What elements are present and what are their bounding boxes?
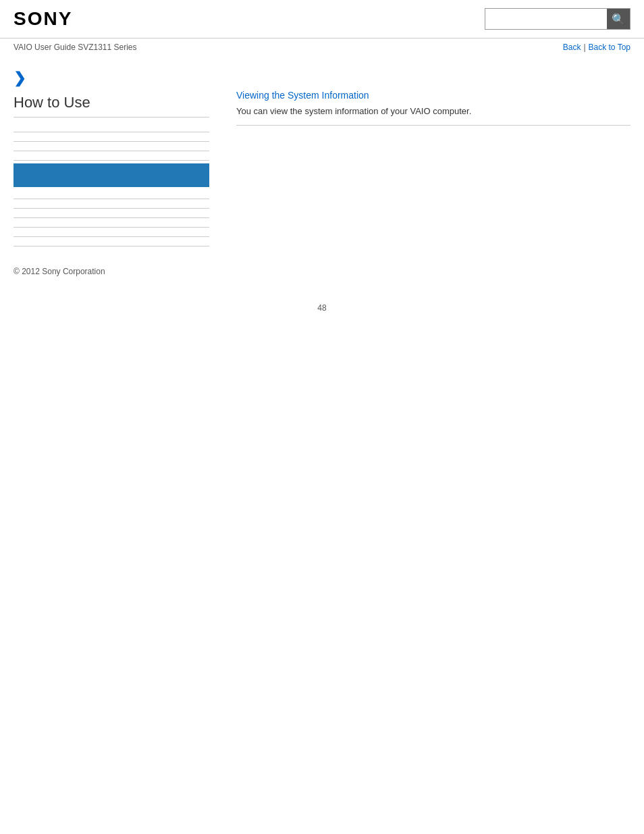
nav-bar: VAIO User Guide SVZ1311 Series Back | Ba… — [0, 38, 644, 56]
footer-copyright: © 2012 Sony Corporation — [0, 253, 644, 290]
sidebar: ❯ How to Use — [14, 63, 223, 246]
list-item[interactable] — [14, 151, 209, 161]
page-number: 48 — [0, 296, 644, 319]
main-content: ❯ How to Use Viewing the System Informat… — [0, 56, 644, 253]
list-item[interactable] — [14, 132, 209, 142]
search-icon: 🔍 — [612, 13, 625, 26]
back-to-top-link[interactable]: Back to Top — [589, 43, 630, 52]
sidebar-chevron[interactable]: ❯ — [14, 70, 209, 87]
search-button[interactable]: 🔍 — [607, 9, 630, 29]
content-area: Viewing the System Information You can v… — [223, 63, 630, 246]
nav-separator: | — [583, 43, 585, 52]
nav-links: Back | Back to Top — [563, 43, 630, 52]
topic-title-link[interactable]: Viewing the System Information — [236, 90, 630, 101]
back-link[interactable]: Back — [563, 43, 581, 52]
list-item[interactable] — [14, 142, 209, 151]
sidebar-title: How to Use — [14, 94, 209, 118]
list-item[interactable] — [14, 237, 209, 246]
content-description: You can view the system information of y… — [236, 105, 630, 118]
list-item[interactable] — [14, 228, 209, 237]
list-item[interactable] — [14, 199, 209, 209]
search-input[interactable] — [485, 9, 607, 29]
list-item[interactable] — [14, 209, 209, 218]
copyright-text: © 2012 Sony Corporation — [14, 267, 105, 276]
sidebar-items — [14, 123, 209, 246]
list-item[interactable] — [14, 123, 209, 132]
list-item-highlighted[interactable] — [14, 163, 209, 187]
list-item[interactable] — [14, 190, 209, 199]
list-item[interactable] — [14, 218, 209, 228]
guide-title: VAIO User Guide SVZ1311 Series — [14, 43, 137, 52]
header: SONY 🔍 — [0, 0, 644, 38]
content-divider — [236, 125, 630, 126]
sony-logo: SONY — [14, 8, 72, 30]
search-container: 🔍 — [485, 8, 630, 30]
